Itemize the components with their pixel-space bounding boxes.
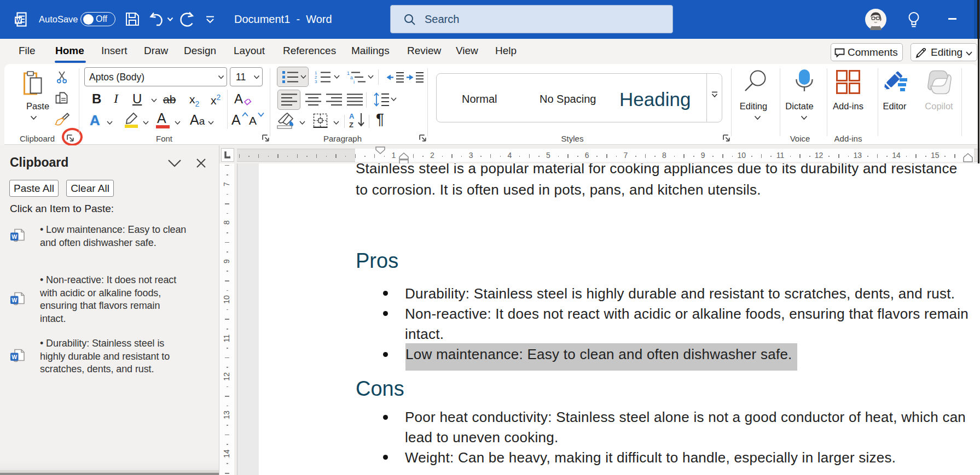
svg-text:W: W [11,233,17,240]
svg-text:W: W [15,17,21,24]
svg-text:a: a [350,75,353,80]
svg-text:A: A [349,112,355,120]
svg-text:W: W [11,354,17,360]
svg-text:1: 1 [347,71,350,76]
svg-text:3: 3 [315,79,317,84]
svg-text:i: i [353,79,355,84]
svg-text:W: W [11,297,17,303]
svg-text:Z: Z [349,121,353,128]
